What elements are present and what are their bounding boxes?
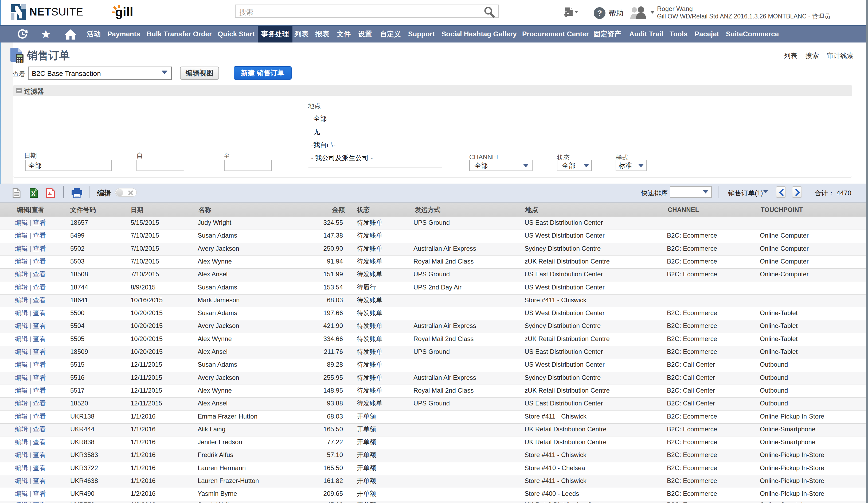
svg-text:X: X [31, 190, 35, 197]
svg-text:?: ? [597, 9, 602, 17]
